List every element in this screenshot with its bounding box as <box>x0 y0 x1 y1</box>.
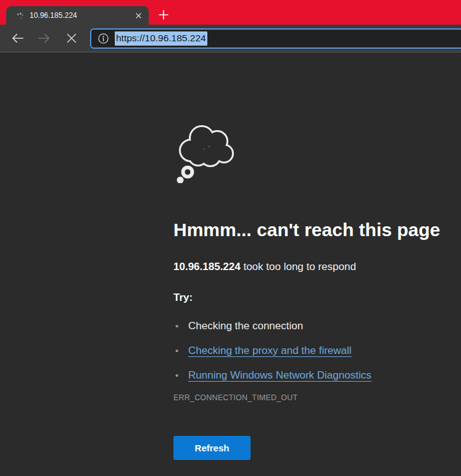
loading-spinner-icon <box>16 12 24 20</box>
url-input[interactable]: https://10.96.185.224 <box>115 31 207 46</box>
browser-tab[interactable]: 10.96.185.224 <box>6 6 149 25</box>
error-host: 10.96.185.224 <box>173 261 241 273</box>
navigation-toolbar: https://10.96.185.224 <box>0 25 461 52</box>
error-page: Hmmm... can't reach this page 10.96.185.… <box>0 52 461 476</box>
tab-close-icon[interactable] <box>132 9 144 22</box>
suggestion-text: Checking the connection <box>188 320 303 332</box>
list-item: Checking the proxy and the firewall <box>173 344 445 358</box>
tab-strip: 10.96.185.224 <box>0 0 461 25</box>
forward-icon[interactable] <box>35 28 54 48</box>
list-item: Running Windows Network Diagnostics <box>173 369 445 382</box>
new-tab-icon[interactable] <box>156 7 172 23</box>
site-info-icon[interactable] <box>98 33 109 44</box>
try-label: Try: <box>173 291 445 305</box>
list-item: Checking the connection <box>173 319 445 333</box>
tab-title: 10.96.185.224 <box>30 11 132 20</box>
back-icon[interactable] <box>7 28 27 48</box>
address-bar[interactable]: https://10.96.185.224 <box>90 28 461 49</box>
error-message-suffix: took too long to respond <box>241 261 356 273</box>
thought-cloud-icon <box>173 121 235 183</box>
browser-window: 10.96.185.224 <box>0 0 461 476</box>
proxy-firewall-link[interactable]: Checking the proxy and the firewall <box>188 345 352 356</box>
refresh-button[interactable]: Refresh <box>173 436 251 460</box>
error-message: 10.96.185.224 took too long to respond <box>173 260 445 274</box>
error-code: ERR_CONNECTION_TIMED_OUT <box>173 393 445 403</box>
network-diagnostics-link[interactable]: Running Windows Network Diagnostics <box>188 369 372 381</box>
suggestion-list: Checking the connection Checking the pro… <box>173 319 445 382</box>
stop-loading-icon[interactable] <box>62 28 81 48</box>
error-title: Hmmm... can't reach this page <box>173 218 445 242</box>
